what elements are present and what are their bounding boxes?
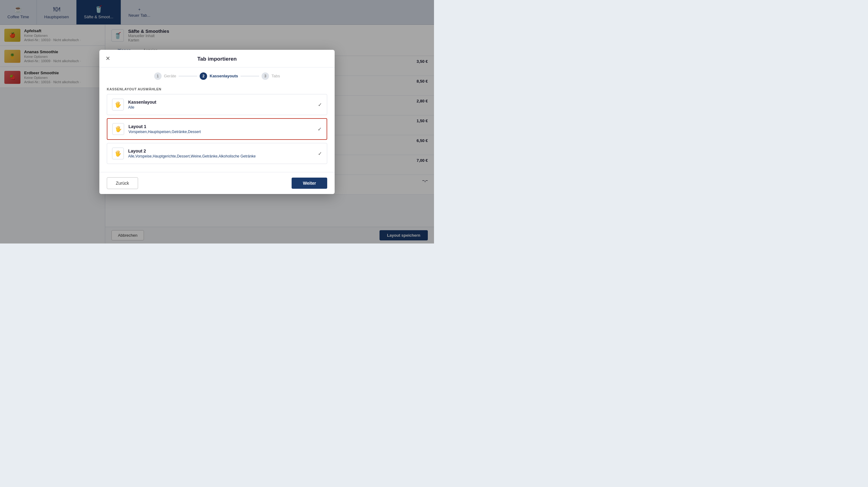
layout1-icon: 🖐 [112,123,124,135]
layout2-icon: 🖐 [112,148,124,159]
layout2-check: ✓ [318,150,322,156]
kassenlayout-info: Kassenlayout Alle [128,100,156,109]
layout-item-kassenlayout[interactable]: 🖐 Kassenlayout Alle ✓ [107,94,327,115]
modal-body: 🖐 Kassenlayout Alle ✓ 🖐 Layout 1 Vorspei… [99,94,335,172]
step-connector-2 [241,76,259,76]
modal-close-button[interactable]: ✕ [105,56,110,61]
step-connector-1 [179,76,197,76]
kassenlayout-check: ✓ [318,101,322,107]
layout1-info: Layout 1 Vorspeisen,Hauptspeisen,Getränk… [128,124,200,134]
layout-item-layout1[interactable]: 🖐 Layout 1 Vorspeisen,Hauptspeisen,Geträ… [107,118,327,140]
step-kassenlayouts-label: Kassenlayouts [210,74,238,78]
modal-steps: 1 Geräte 2 Kassenlayouts 3 Tabs [99,67,335,85]
step-tabs-label: Tabs [272,74,280,78]
step-kassenlayouts-circle: 2 [200,72,207,80]
section-title: KASSENLAYOUT AUSWÄHLEN [99,85,335,94]
step-geraete-label: Geräte [164,74,177,78]
layout1-name: Layout 1 [128,124,200,129]
layout1-desc: Vorspeisen,Hauptspeisen,Getränke,Dessert [128,130,200,134]
step-tabs-circle: 3 [261,72,269,80]
modal-footer: Zurück Weiter [99,172,335,194]
modal-title: Tab importieren [197,56,237,62]
kassenlayout-name: Kassenlayout [128,100,156,105]
kassenlayout-icon: 🖐 [112,99,124,110]
step-geraete: 1 Geräte [154,72,177,80]
layout-item-layout2[interactable]: 🖐 Layout 2 Alle,Vorspeise,Hauptgerichte,… [107,143,327,164]
modal-overlay: ✕ Tab importieren 1 Geräte 2 Kassenlayou… [0,0,434,244]
layout2-info: Layout 2 Alle,Vorspeise,Hauptgerichte,De… [128,149,256,158]
step-kassenlayouts: 2 Kassenlayouts [200,72,238,80]
modal-header: ✕ Tab importieren [99,50,335,67]
step-tabs: 3 Tabs [261,72,280,80]
step-geraete-circle: 1 [154,72,162,80]
layout2-desc: Alle,Vorspeise,Hauptgerichte,Dessert,Wei… [128,154,256,158]
zurueck-button[interactable]: Zurück [107,177,138,189]
weiter-button[interactable]: Weiter [291,177,327,189]
modal-dialog: ✕ Tab importieren 1 Geräte 2 Kassenlayou… [99,50,335,194]
kassenlayout-desc: Alle [128,105,156,109]
layout2-name: Layout 2 [128,149,256,154]
layout1-check: ✓ [318,126,322,132]
